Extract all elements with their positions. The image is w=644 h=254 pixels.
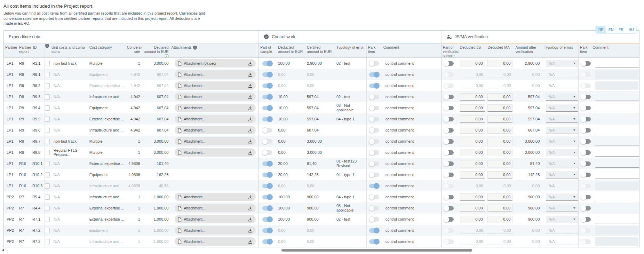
park-item-jsma-toggle[interactable] (581, 195, 591, 199)
part-of-verification-sample-toggle[interactable] (444, 128, 454, 133)
part-of-sample-toggle[interactable] (262, 61, 272, 66)
jsma-comment-input[interactable] (595, 149, 639, 157)
part-of-sample-toggle[interactable] (262, 139, 272, 144)
deducted-ma-input[interactable] (487, 116, 512, 123)
jsma-comment-input[interactable] (595, 215, 639, 223)
park-item-jsma-toggle[interactable] (581, 173, 591, 177)
park-item-jsma-toggle[interactable] (581, 117, 591, 121)
attachment-download-button[interactable]: Attachment... (175, 137, 256, 145)
deducted-js-input[interactable] (460, 149, 485, 156)
park-item-toggle[interactable] (369, 72, 379, 77)
deducted-ma-input[interactable] (487, 149, 512, 156)
park-item-jsma-toggle[interactable] (581, 217, 591, 222)
part-of-verification-sample-toggle[interactable] (444, 195, 454, 199)
row-checkbox[interactable] (45, 94, 50, 100)
part-of-sample-toggle[interactable] (262, 239, 272, 244)
part-of-verification-sample-toggle[interactable] (444, 106, 454, 110)
scroll-left-arrow-icon[interactable] (2, 249, 4, 252)
row-checkbox[interactable] (45, 161, 50, 166)
typology-of-errors-select[interactable]: N/A (546, 205, 578, 212)
deducted-js-input[interactable] (460, 205, 485, 212)
typology-of-errors-select[interactable]: N/A (546, 138, 578, 145)
park-item-toggle[interactable] (369, 239, 379, 244)
jsma-comment-input[interactable] (595, 115, 639, 123)
jsma-comment-input[interactable] (595, 59, 639, 68)
park-item-toggle[interactable] (369, 195, 379, 199)
attachment-download-button[interactable]: Attachment... (175, 193, 256, 201)
jsma-comment-input[interactable] (595, 104, 639, 112)
typology-of-errors-select[interactable]: N/A (546, 193, 578, 201)
park-item-toggle[interactable] (369, 150, 379, 155)
typology-of-errors-select[interactable]: N/A (546, 149, 578, 156)
deducted-js-input[interactable] (460, 60, 485, 67)
part-of-verification-sample-toggle[interactable] (444, 117, 454, 121)
park-item-toggle[interactable] (369, 228, 379, 233)
attachment-download-button[interactable]: Attachment... (175, 126, 256, 134)
row-checkbox[interactable] (45, 150, 50, 155)
park-item-toggle[interactable] (369, 95, 379, 99)
typology-of-errors-select[interactable]: N/A (546, 60, 578, 67)
language-button-de[interactable]: DE (596, 26, 606, 33)
deducted-js-input[interactable] (460, 160, 485, 167)
park-item-toggle[interactable] (369, 61, 379, 66)
park-item-toggle[interactable] (369, 173, 379, 177)
deducted-js-input[interactable] (460, 193, 485, 201)
deducted-ma-input[interactable] (487, 93, 512, 101)
row-checkbox[interactable] (45, 83, 50, 88)
row-checkbox[interactable] (45, 228, 50, 233)
deducted-ma-input[interactable] (487, 138, 512, 145)
part-of-sample-toggle[interactable] (262, 95, 272, 99)
row-checkbox[interactable] (45, 128, 50, 133)
attachment-download-button[interactable]: Attachment... (175, 215, 256, 223)
row-checkbox[interactable] (45, 172, 50, 177)
row-checkbox[interactable] (45, 195, 50, 200)
jsma-comment-input[interactable] (595, 171, 639, 179)
part-of-sample-toggle[interactable] (262, 117, 272, 121)
deducted-ma-input[interactable] (487, 193, 512, 201)
park-item-toggle[interactable] (369, 139, 379, 144)
part-of-verification-sample-toggle[interactable] (444, 217, 454, 222)
typology-of-errors-select[interactable]: N/A (546, 160, 578, 167)
part-of-sample-toggle[interactable] (262, 150, 272, 155)
attachment-download-button[interactable]: Attachment... (175, 115, 256, 123)
typology-of-errors-select[interactable]: N/A (546, 216, 578, 223)
park-item-jsma-toggle[interactable] (581, 61, 591, 66)
deducted-js-input[interactable] (460, 171, 485, 178)
deducted-ma-input[interactable] (487, 171, 512, 178)
typology-of-errors-select[interactable]: N/A (546, 93, 578, 101)
park-item-jsma-toggle[interactable] (581, 106, 591, 110)
park-item-toggle[interactable] (369, 117, 379, 121)
deducted-js-input[interactable] (460, 104, 485, 112)
deducted-ma-input[interactable] (487, 216, 512, 223)
attachment-download-button[interactable]: Attachment... (175, 81, 256, 90)
part-of-sample-toggle[interactable] (262, 72, 272, 77)
deducted-js-input[interactable] (460, 127, 485, 134)
deducted-js-input[interactable] (460, 116, 485, 123)
part-of-verification-sample-toggle[interactable] (444, 139, 454, 144)
part-of-verification-sample-toggle[interactable] (444, 95, 454, 99)
park-item-jsma-toggle[interactable] (581, 206, 591, 211)
row-checkbox[interactable] (45, 217, 50, 222)
row-checkbox[interactable] (45, 139, 50, 144)
park-item-jsma-toggle[interactable] (581, 128, 591, 133)
park-item-toggle[interactable] (369, 84, 379, 88)
park-item-toggle[interactable] (369, 217, 379, 222)
typology-of-errors-select[interactable]: N/A (546, 116, 578, 123)
jsma-comment-input[interactable] (595, 160, 639, 168)
jsma-comment-input[interactable] (595, 137, 639, 145)
part-of-verification-sample-toggle[interactable] (444, 161, 454, 166)
part-of-verification-sample-toggle[interactable] (444, 206, 454, 211)
row-checkbox[interactable] (45, 105, 50, 111)
row-checkbox[interactable] (45, 72, 50, 77)
attachment-download-button[interactable]: Attachment... (175, 93, 256, 101)
part-of-sample-toggle[interactable] (262, 228, 272, 233)
part-of-sample-toggle[interactable] (262, 106, 272, 110)
deducted-js-input[interactable] (460, 138, 485, 145)
part-of-sample-toggle[interactable] (262, 206, 272, 211)
park-item-toggle[interactable] (369, 206, 379, 211)
deducted-ma-input[interactable] (487, 205, 512, 212)
jsma-comment-input[interactable] (595, 93, 639, 101)
jsma-comment-input[interactable] (595, 126, 639, 134)
part-of-sample-toggle[interactable] (262, 128, 272, 133)
part-of-verification-sample-toggle[interactable] (444, 150, 454, 155)
